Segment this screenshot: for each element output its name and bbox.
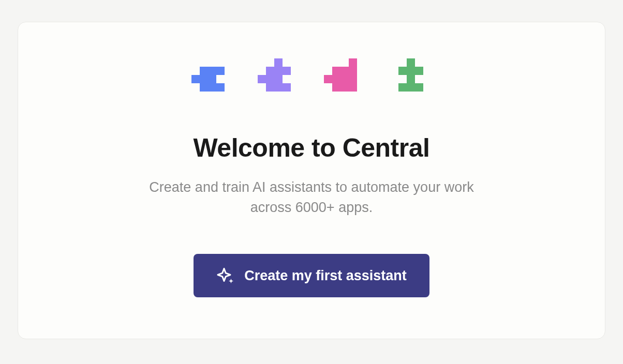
puzzle-icon-blue <box>191 58 233 100</box>
puzzle-icon-row <box>191 58 432 100</box>
puzzle-icon-pink <box>324 58 365 100</box>
welcome-heading: Welcome to Central <box>194 133 430 163</box>
welcome-card: Welcome to Central Create and train AI a… <box>18 22 605 339</box>
create-assistant-button[interactable]: Create my first assistant <box>194 254 429 297</box>
sparkle-icon <box>216 266 235 285</box>
puzzle-icon-green <box>390 58 432 100</box>
puzzle-icon-purple <box>258 58 299 100</box>
welcome-subtitle: Create and train AI assistants to automa… <box>130 177 493 218</box>
create-assistant-button-label: Create my first assistant <box>244 268 407 284</box>
